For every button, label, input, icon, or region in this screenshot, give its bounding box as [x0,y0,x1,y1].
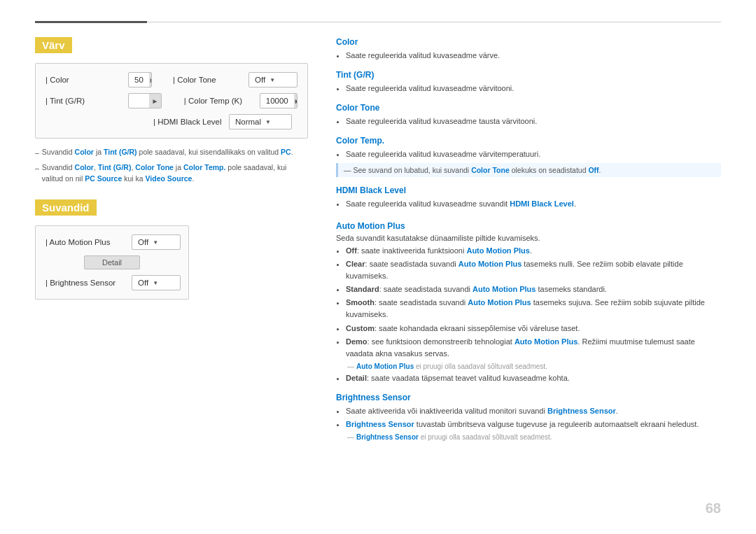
right-color-list: Saate reguleerida valitud kuvaseadme vär… [346,50,721,62]
right-color-tone-item: Saate reguleerida valitud kuvaseadme tau… [346,115,721,127]
color-tone-label: | Color Tone [173,76,243,84]
section-varv-title: Värv [35,37,72,53]
auto-motion-dropdown[interactable]: Off ▼ [132,234,181,250]
suvandid-settings-box: | Auto Motion Plus Off ▼ Detail | Bright… [35,225,189,300]
left-column: Värv | Color 50 ► | Color Tone Off ▼ [35,37,308,443]
right-tint-title: Tint (G/R) [336,70,721,80]
auto-motion-arrow-icon: ▼ [153,239,158,246]
varv-note-2: – Suvandid Color, Tint (G/R), Color Tone… [35,162,308,185]
right-brightness-title: Brightness Sensor [336,393,721,402]
auto-motion-row: | Auto Motion Plus Off ▼ [46,234,178,250]
brightness-row: | Brightness Sensor Off ▼ [46,275,178,290]
color-settings-box: | Color 50 ► | Color Tone Off ▼ | Tint (… [35,63,308,139]
main-content: Värv | Color 50 ► | Color Tone Off ▼ [35,37,721,443]
auto-motion-label: | Auto Motion Plus [46,238,126,246]
tint-num-control[interactable]: ► [128,93,162,108]
right-tint-item: Saate reguleerida valitud kuvaseadme vär… [346,83,721,94]
right-color-title: Color [336,37,721,47]
varv-notes: – Suvandid Color ja Tint (G/R) pole saad… [35,147,308,184]
tint-setting-row: | Tint (G/R) ► | Color Temp (K) 10000 ► [46,93,298,108]
right-amp-list: Off: saate inaktiveerida funktsiooni Aut… [346,245,721,359]
hdmi-dropdown[interactable]: Normal ▼ [229,114,292,129]
right-amp-smooth: Smooth: saate seadistada suvandi Auto Mo… [346,297,721,321]
right-amp-desc: Seda suvandit kasutatakse dünaamiliste p… [336,234,721,242]
auto-motion-value: Off [138,238,148,246]
right-amp-demo: Demo: see funktsioon demonstreerib tehno… [346,336,721,360]
suvandid-section: Suvandid | Auto Motion Plus Off ▼ Detail [35,199,308,300]
varv-note-1: – Suvandid Color ja Tint (G/R) pole saad… [35,147,308,159]
page: Värv | Color 50 ► | Color Tone Off ▼ [0,0,756,534]
divider-right [147,22,721,22]
right-color-temp-list: Saate reguleerida valitud kuvaseadme vär… [346,148,721,160]
color-temp-value: 10000 [260,93,294,108]
right-brightness-item-2: Brightness Sensor tuvastab ümbritseva va… [346,419,721,430]
right-color-item: Saate reguleerida valitud kuvaseadme vär… [346,50,721,62]
color-temp-num-control[interactable]: 10000 ► [260,93,298,108]
divider-left [35,21,147,23]
brightness-label: | Brightness Sensor [46,279,126,287]
right-color-tone-list: Saate reguleerida valitud kuvaseadme tau… [346,115,721,127]
color-value: 50 [129,72,149,87]
right-amp-title: Auto Motion Plus [336,221,721,231]
color-setting-row: | Color 50 ► | Color Tone Off ▼ [46,72,298,87]
tint-label: | Tint (G/R) [46,97,122,105]
top-divider [35,21,721,23]
right-color-tone-title: Color Tone [336,103,721,113]
brightness-arrow-icon: ▼ [153,280,158,286]
right-brightness-item-1: Saate aktiveerida või inaktiveerida vali… [346,405,721,417]
section-suvandid-title: Suvandid [35,199,97,216]
right-amp-clear: Clear: saate seadistada suvandi Auto Mot… [346,258,721,282]
right-detail-list: Detail: saate vaadata täpsemat teavet va… [346,372,721,384]
color-tone-arrow-icon: ▼ [270,77,275,83]
right-color-temp-item: Saate reguleerida valitud kuvaseadme vär… [346,148,721,160]
color-tone-value: Off [255,76,265,84]
color-temp-note-box: — See suvand on lubatud, kui suvandi Col… [336,163,721,177]
right-hdmi-list: Saate reguleerida valitud kuvaseadme suv… [346,198,721,210]
brightness-value: Off [138,279,148,287]
hdmi-value: Normal [235,118,261,126]
color-label: | Color [46,76,122,84]
detail-button[interactable]: Detail [84,255,140,269]
right-color-temp-title: Color Temp. [336,136,721,146]
color-temp-label: | Color Temp (K) [184,97,254,105]
brightness-note: — Brightness Sensor ei pruugi olla saada… [347,433,721,441]
color-num-control[interactable]: 50 ► [128,72,152,87]
hdmi-label: | HDMI Black Level [153,118,223,126]
color-tone-dropdown[interactable]: Off ▼ [248,72,298,87]
tint-increment-button[interactable]: ► [149,93,161,108]
page-number: 68 [706,500,721,517]
hdmi-arrow-icon: ▼ [265,119,271,125]
color-increment-button[interactable]: ► [149,72,152,87]
amp-note: — Auto Motion Plus ei pruugi olla saadav… [347,363,721,370]
right-hdmi-title: HDMI Black Level [336,185,721,195]
right-detail-item: Detail: saate vaadata täpsemat teavet va… [346,372,721,384]
right-hdmi-item: Saate reguleerida valitud kuvaseadme suv… [346,198,721,210]
right-tint-list: Saate reguleerida valitud kuvaseadme vär… [346,83,721,94]
hdmi-setting-row: | HDMI Black Level Normal ▼ [46,114,298,129]
right-column: Color Saate reguleerida valitud kuvasead… [336,37,721,443]
right-amp-standard: Standard: saate seadistada suvandi Auto … [346,283,721,295]
right-amp-off: Off: saate inaktiveerida funktsiooni Aut… [346,245,721,257]
right-brightness-list: Saate aktiveerida või inaktiveerida vali… [346,405,721,430]
color-temp-note-text: — See suvand on lubatud, kui suvandi Col… [344,166,601,174]
color-temp-increment-button[interactable]: ► [294,93,298,108]
brightness-dropdown[interactable]: Off ▼ [132,275,181,290]
right-amp-custom: Custom: saate kohandada ekraani sissepõl… [346,323,721,335]
detail-btn-container: Detail [46,255,178,269]
